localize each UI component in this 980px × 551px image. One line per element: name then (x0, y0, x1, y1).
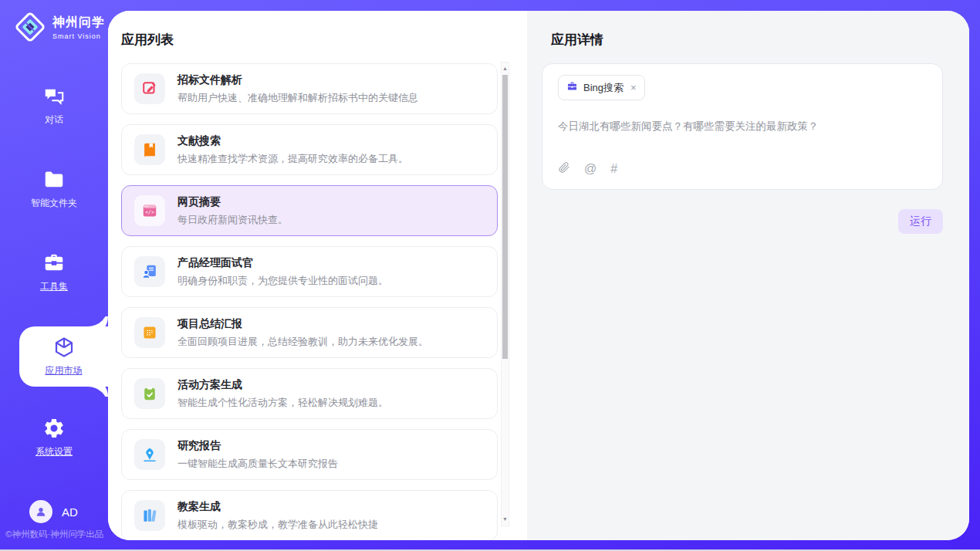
app-card[interactable]: </> 网页摘要 每日政府新闻资讯快查。 (121, 185, 498, 236)
app-card[interactable]: 教案生成 模板驱动，教案秒成，教学准备从此轻松快捷 (121, 490, 498, 540)
sidebar-item-settings[interactable]: 系统设置 (0, 417, 108, 458)
app-card[interactable]: 产品经理面试官 明确身份和职责，为您提供专业性的面试问题。 (121, 246, 498, 297)
sidebar-item-app-market[interactable]: 应用市场 (19, 326, 108, 387)
app-card-title: 文献搜索 (177, 134, 408, 148)
app-card-desc: 帮助用户快速、准确地理解和解析招标书中的关键信息 (177, 91, 418, 105)
user-name: AD (62, 505, 78, 519)
scrollbar-thumb[interactable] (502, 75, 508, 359)
app-card-list: 招标文件解析 帮助用户快速、准确地理解和解析招标书中的关键信息 文献搜索 快速精… (121, 63, 498, 540)
app-card-desc: 快速精准查找学术资源，提高研究效率的必备工具。 (177, 152, 408, 166)
app-card-title: 研究报告 (177, 439, 338, 453)
cube-icon (52, 336, 76, 359)
chat-icon (42, 85, 66, 108)
app-card[interactable]: 项目总结汇报 全面回顾项目进展，总结经验教训，助力未来优化发展。 (121, 307, 498, 358)
prompt-card: Bing搜索 × 今日湖北有哪些新闻要点？有哪些需要关注的最新政策？ @ # (542, 63, 943, 190)
copyright: ©神州数码·神州问学出品 (5, 529, 103, 540)
sidebar-item-label: 智能文件夹 (31, 197, 77, 210)
sidebar-item-smart-folder[interactable]: 智能文件夹 (0, 168, 108, 210)
app-card-title: 网页摘要 (177, 195, 288, 209)
tool-tag-label: Bing搜索 (583, 81, 623, 95)
sidebar-item-label: 应用市场 (46, 364, 83, 377)
scrollbar[interactable]: ▲ ▼ (501, 62, 509, 526)
doc-edit-icon (134, 73, 165, 104)
app-card[interactable]: 招标文件解析 帮助用户快速、准确地理解和解析招标书中的关键信息 (121, 63, 498, 114)
briefcase-icon (566, 80, 578, 95)
sidebar-item-label: 工具集 (40, 280, 68, 293)
app-card-desc: 全面回顾项目进展，总结经验教训，助力未来优化发展。 (177, 335, 428, 349)
app-card-title: 活动方案生成 (177, 378, 388, 392)
brand-name: 神州问学 (52, 15, 105, 31)
app-card-desc: 每日政府新闻资讯快查。 (177, 213, 288, 227)
user-avatar-icon (29, 500, 52, 523)
app-card-title: 招标文件解析 (177, 73, 418, 87)
app-card[interactable]: 活动方案生成 智能生成个性化活动方案，轻松解决规划难题。 (121, 368, 498, 419)
sidebar-item-chat[interactable]: 对话 (0, 85, 108, 127)
sidebar: 神州问学 Smart Vision 对话 智能文件夹 工具集 应用市场 系统设置… (0, 0, 108, 551)
app-card-desc: 一键智能生成高质量长文本研究报告 (177, 457, 338, 471)
app-card-desc: 明确身份和职责，为您提供专业性的面试问题。 (177, 274, 388, 288)
browser-code-icon: </> (134, 195, 165, 226)
clipboard-check-icon (134, 378, 165, 409)
app-card[interactable]: 文献搜索 快速精准查找学术资源，提高研究效率的必备工具。 (121, 124, 498, 175)
hash-icon[interactable]: # (610, 163, 617, 175)
tag-close-icon[interactable]: × (630, 83, 637, 93)
app-card-desc: 模板驱动，教案秒成，教学准备从此轻松快捷 (177, 518, 378, 532)
mention-icon[interactable]: @ (584, 163, 596, 175)
brand-subtitle: Smart Vision (52, 32, 105, 40)
app-card-title: 项目总结汇报 (177, 317, 428, 331)
scroll-up-icon[interactable]: ▲ (502, 64, 509, 73)
user-row[interactable]: AD (29, 500, 78, 523)
book-icon (134, 134, 165, 165)
app-card-title: 教案生成 (177, 500, 378, 514)
toolbox-icon (42, 252, 66, 275)
brand-logo-icon (14, 11, 46, 43)
app-card-desc: 智能生成个性化活动方案，轻松解决规划难题。 (177, 396, 388, 410)
sidebar-item-toolset[interactable]: 工具集 (0, 252, 108, 293)
scroll-down-icon[interactable]: ▼ (502, 515, 509, 524)
brand: 神州问学 Smart Vision (14, 11, 105, 43)
interview-icon (134, 256, 165, 287)
app-list-title: 应用列表 (121, 31, 174, 49)
note-icon (134, 317, 165, 348)
prompt-text[interactable]: 今日湖北有哪些新闻要点？有哪些需要关注的最新政策？ (558, 120, 927, 161)
composer-toolbar: @ # (558, 161, 927, 178)
gear-icon (42, 417, 66, 440)
sidebar-item-label: 系统设置 (35, 445, 73, 458)
app-list-panel: 应用列表 招标文件解析 帮助用户快速、准确地理解和解析招标书中的关键信息 文献搜… (108, 11, 527, 540)
run-button[interactable]: 运行 (898, 209, 943, 234)
app-card-title: 产品经理面试官 (177, 256, 388, 270)
app-detail-title: 应用详情 (551, 31, 603, 49)
books-icon (134, 500, 165, 531)
tool-tag-bing-search[interactable]: Bing搜索 × (558, 75, 645, 100)
app-card[interactable]: 研究报告 一键智能生成高质量长文本研究报告 (121, 429, 498, 480)
app-detail-panel: 应用详情 Bing搜索 × 今日湖北有哪些新闻要点？有哪些需要关注的最新政策？ … (527, 11, 969, 540)
research-icon (134, 439, 165, 470)
main-panel: 应用列表 招标文件解析 帮助用户快速、准确地理解和解析招标书中的关键信息 文献搜… (108, 11, 969, 540)
svg-text:</>: </> (145, 209, 154, 215)
attachment-icon[interactable] (558, 161, 570, 177)
folder-icon (42, 168, 66, 191)
sidebar-item-label: 对话 (45, 113, 63, 127)
